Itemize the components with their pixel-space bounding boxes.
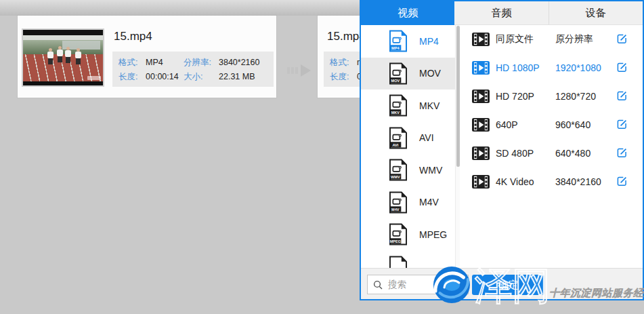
film-strip-icon <box>472 175 490 189</box>
size-value: 22.31 MB <box>219 72 255 81</box>
confirm-button[interactable]: 确定 <box>472 275 544 295</box>
film-strip-icon <box>472 61 490 75</box>
tab-audio[interactable]: 音频 <box>454 1 548 25</box>
search-box[interactable] <box>367 275 469 294</box>
film-strip-icon <box>472 146 490 160</box>
file-format-icon <box>389 256 407 269</box>
film-strip-icon <box>472 33 490 46</box>
resolution-item-original[interactable]: 同原文件 原分辨率 <box>460 25 643 54</box>
file-format-icon: AVI <box>389 127 407 149</box>
duration-label: 长度: <box>119 71 144 83</box>
source-info-box: 格式: MP4 分辨率: 3840*2160 长度: 00:00:14 大小: … <box>112 52 274 87</box>
svg-text:MKV: MKV <box>391 111 400 115</box>
edit-settings-icon[interactable] <box>616 119 628 130</box>
size-label: 大小: <box>184 71 217 83</box>
format-item-wmv[interactable]: WMV WMV <box>361 154 455 187</box>
edit-settings-icon[interactable] <box>616 33 628 45</box>
resolution-item-4k[interactable]: 4K Video 3840*2160 <box>460 168 643 196</box>
svg-text:AVI: AVI <box>392 142 398 146</box>
app-window: 15.mp4 格式: MP4 分辨率: 3840*2160 长度: 00:00:… <box>0 0 644 314</box>
popup-tabs: 视频 音频 设备 <box>361 1 643 25</box>
edit-settings-icon[interactable] <box>616 176 628 187</box>
search-icon <box>373 280 383 290</box>
file-format-icon: MP4 <box>389 30 407 52</box>
search-input[interactable] <box>387 279 464 290</box>
convert-arrow-icon <box>287 64 313 77</box>
file-format-icon: MPEG <box>389 223 407 246</box>
edit-settings-icon[interactable] <box>616 147 628 159</box>
edit-settings-icon[interactable] <box>616 62 628 73</box>
popup-search-strip: 确定 <box>361 268 643 299</box>
format-label: 格式: <box>119 57 144 68</box>
output-format-popup: 视频 音频 设备 MP4 MP4 <box>360 0 644 300</box>
resolution-label: 分辨率: <box>184 57 217 68</box>
format-list-scrollbar[interactable] <box>455 25 460 268</box>
film-strip-icon <box>472 90 490 103</box>
video-thumbnail <box>22 28 104 87</box>
resolution-item-hd1080p[interactable]: HD 1080P 1920*1080 <box>460 54 643 82</box>
resolution-value: 3840*2160 <box>219 58 259 67</box>
resolution-item-sd480p[interactable]: SD 480P 640*480 <box>460 139 643 168</box>
film-strip-icon <box>472 118 490 132</box>
source-file-title: 15.mp4 <box>114 30 152 43</box>
file-format-icon: M4V <box>389 191 407 214</box>
format-item-mp4[interactable]: MP4 MP4 <box>361 25 455 58</box>
thumbnail-watermark <box>87 76 101 80</box>
file-format-icon: MOV <box>389 62 407 85</box>
svg-text:WMV: WMV <box>391 175 400 179</box>
format-item-m4v[interactable]: M4V M4V <box>361 187 455 219</box>
edit-settings-icon[interactable] <box>616 90 628 102</box>
file-format-icon: WMV <box>389 159 407 181</box>
source-file-card[interactable]: 15.mp4 格式: MP4 分辨率: 3840*2160 长度: 00:00:… <box>18 16 276 98</box>
resolution-item-hd720p[interactable]: HD 720P 1280*720 <box>460 82 643 111</box>
svg-text:MOV: MOV <box>391 78 400 82</box>
svg-text:M4V: M4V <box>391 207 400 211</box>
tab-device[interactable]: 设备 <box>549 1 643 25</box>
thumbnail-letterbox-top <box>23 30 103 35</box>
format-list: MP4 MP4 MOV MOV <box>361 25 455 268</box>
file-format-icon: MKV <box>389 94 407 117</box>
svg-text:MPEG: MPEG <box>390 239 401 243</box>
format-item-avi[interactable]: AVI AVI <box>361 122 455 155</box>
tab-video[interactable]: 视频 <box>361 1 454 25</box>
format-value: MP4 <box>146 58 184 67</box>
format-item-partial[interactable] <box>361 251 455 269</box>
svg-text:MP4: MP4 <box>391 46 400 50</box>
resolution-item-640p[interactable]: 640P 960*640 <box>460 111 643 139</box>
duration-value: 00:00:14 <box>146 72 184 81</box>
format-item-mpeg[interactable]: MPEG MPEG <box>361 218 455 251</box>
format-item-mkv[interactable]: MKV MKV <box>361 90 455 122</box>
thumbnail-letterbox-bottom <box>23 81 103 85</box>
format-item-mov[interactable]: MOV MOV <box>361 58 455 90</box>
resolution-list: 同原文件 原分辨率 HD 1080P 1920*1080 <box>460 25 643 268</box>
